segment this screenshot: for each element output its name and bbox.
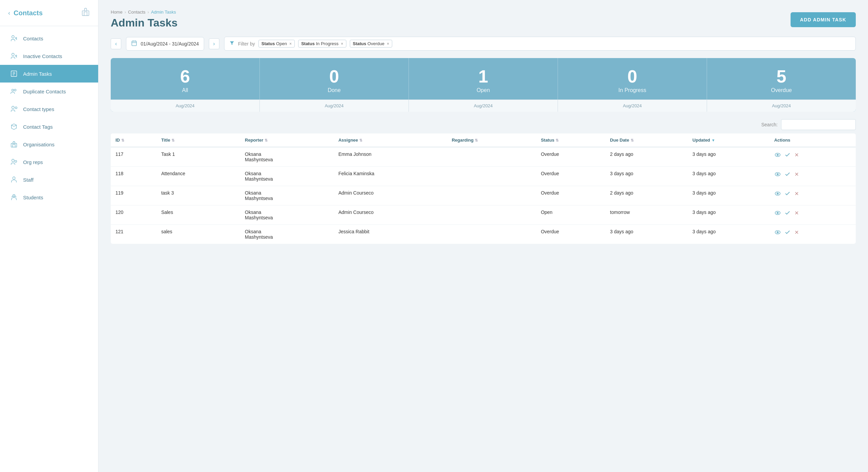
date-next-button[interactable]: › (209, 38, 219, 49)
svg-point-36 (777, 232, 778, 233)
delete-icon-3[interactable] (794, 210, 799, 216)
breadcrumb-contacts[interactable]: Contacts (128, 10, 145, 15)
sidebar-label-contact-types: Contact types (23, 106, 54, 112)
delete-icon-2[interactable] (794, 191, 799, 196)
stat-cell-overdue[interactable]: 5Overdue (707, 58, 856, 99)
stat-cell-in-progress[interactable]: 0In Progress (558, 58, 707, 99)
breadcrumb-home[interactable]: Home (111, 10, 123, 15)
delete-icon-4[interactable] (794, 230, 799, 235)
breadcrumb: Home › Contacts › Admin Tasks (111, 10, 178, 15)
svg-point-8 (12, 106, 14, 109)
search-row: Search: (111, 119, 856, 130)
th-due-date[interactable]: Due Date⇅ (605, 133, 688, 147)
sidebar: ‹ Contacts ContactsInactive ContactsAdmi… (0, 0, 98, 472)
sidebar-item-students[interactable]: Students (0, 188, 98, 206)
sidebar-item-staff[interactable]: Staff (0, 171, 98, 188)
view-icon-0[interactable] (774, 151, 781, 158)
sort-icon-due-date: ⇅ (631, 138, 634, 142)
filter-tag-overdue[interactable]: Status Overdue × (350, 40, 392, 48)
sidebar-item-duplicate-contacts[interactable]: Duplicate Contacts (0, 83, 98, 100)
sidebar-label-contacts: Contacts (23, 36, 43, 41)
sort-icon-assignee: ⇅ (359, 138, 362, 142)
sidebar-nav: ContactsInactive ContactsAdmin TasksDupl… (0, 26, 98, 210)
cell-title-0: Task 1 (157, 147, 240, 167)
th-id[interactable]: ID⇅ (111, 133, 157, 147)
complete-icon-1[interactable] (784, 171, 791, 177)
sidebar-item-contact-tags[interactable]: Contact Tags (0, 118, 98, 135)
svg-rect-15 (132, 41, 137, 46)
sort-icon-title: ⇅ (171, 138, 175, 142)
table-row: 118AttendanceOksana MashyntsevaFelicia K… (111, 167, 856, 186)
view-icon-1[interactable] (774, 171, 781, 178)
cell-updated-3: 3 days ago (688, 205, 770, 225)
breadcrumb-sep-1: › (125, 10, 126, 15)
svg-point-9 (15, 107, 17, 109)
th-status[interactable]: Status⇅ (536, 133, 605, 147)
sidebar-item-contacts[interactable]: Contacts (0, 30, 98, 47)
complete-icon-3[interactable] (784, 210, 791, 216)
complete-icon-2[interactable] (784, 190, 791, 197)
breadcrumb-sep-2: › (147, 10, 149, 15)
complete-icon-0[interactable] (784, 152, 791, 158)
delete-icon-0[interactable] (794, 152, 799, 158)
cell-regarding-4 (447, 225, 536, 244)
add-admin-task-button[interactable]: ADD ADMIN TASK (791, 12, 856, 27)
cell-due_date-1: 3 days ago (605, 167, 688, 186)
sidebar-icon-students (10, 193, 18, 202)
sort-icon-regarding: ⇅ (475, 138, 478, 142)
sidebar-item-organisations[interactable]: Organisations (0, 135, 98, 153)
cell-reporter-2: Oksana Mashyntseva (240, 186, 333, 205)
th-reporter[interactable]: Reporter⇅ (240, 133, 333, 147)
th-regarding[interactable]: Regarding⇅ (447, 133, 536, 147)
sidebar-item-contact-types[interactable]: Contact types (0, 100, 98, 118)
cell-status-1: Overdue (536, 167, 605, 186)
sidebar-item-org-reps[interactable]: Org reps (0, 153, 98, 171)
filter-tag-inprogress-remove[interactable]: × (341, 41, 343, 46)
th-assignee[interactable]: Assignee⇅ (333, 133, 447, 147)
sidebar-item-admin-tasks[interactable]: Admin Tasks (0, 65, 98, 83)
cell-due_date-2: 2 days ago (605, 186, 688, 205)
stat-number-overdue: 5 (777, 68, 786, 85)
svg-rect-10 (11, 143, 17, 147)
sidebar-title: Contacts (14, 9, 43, 17)
cell-reporter-0: Oksana Mashyntseva (240, 147, 333, 167)
stat-cell-open[interactable]: 1Open (409, 58, 558, 99)
table-row: 121salesOksana MashyntsevaJessica Rabbit… (111, 225, 856, 244)
sidebar-label-org-reps: Org reps (23, 159, 43, 165)
cell-reporter-3: Oksana Mashyntseva (240, 205, 333, 225)
filter-bar: ‹ 01/Aug/2024 - 31/Aug/2024 › Filter by … (111, 37, 856, 51)
filter-tag-open-remove[interactable]: × (289, 41, 292, 46)
cell-reporter-1: Oksana Mashyntseva (240, 167, 333, 186)
cell-id-4: 121 (111, 225, 157, 244)
sidebar-label-students: Students (23, 195, 43, 200)
view-icon-4[interactable] (774, 229, 781, 236)
sort-icon-status: ⇅ (556, 138, 559, 142)
cell-assignee-2: Admin Courseco (333, 186, 447, 205)
view-icon-3[interactable] (774, 210, 781, 216)
svg-point-32 (777, 212, 778, 214)
cell-updated-2: 3 days ago (688, 186, 770, 205)
filter-tag-open[interactable]: Status Open × (258, 40, 295, 48)
calendar-icon (131, 40, 137, 48)
cell-assignee-4: Jessica Rabbit (333, 225, 447, 244)
th-updated[interactable]: Updated▼ (688, 133, 770, 147)
complete-icon-4[interactable] (784, 229, 791, 235)
filter-tag-overdue-remove[interactable]: × (387, 41, 389, 46)
cell-regarding-0 (447, 147, 536, 167)
svg-point-4 (16, 55, 17, 56)
stat-cell-all[interactable]: 6All (111, 58, 260, 99)
stats-box: 6All0Done1Open0In Progress5Overdue Aug/2… (111, 58, 856, 112)
filter-tag-inprogress[interactable]: Status In Progress × (298, 40, 346, 48)
sidebar-item-inactive-contacts[interactable]: Inactive Contacts (0, 47, 98, 65)
table-row: 119task 3Oksana MashyntsevaAdmin Coursec… (111, 186, 856, 205)
th-title[interactable]: Title⇅ (157, 133, 240, 147)
delete-icon-1[interactable] (794, 171, 799, 177)
date-picker[interactable]: 01/Aug/2024 - 31/Aug/2024 (126, 37, 204, 51)
filter-tag-overdue-text: Status Overdue (353, 41, 384, 46)
stat-cell-done[interactable]: 0Done (260, 58, 409, 99)
view-icon-2[interactable] (774, 190, 781, 197)
search-input[interactable] (781, 119, 856, 130)
date-prev-button[interactable]: ‹ (111, 38, 121, 49)
sidebar-back-arrow[interactable]: ‹ (8, 10, 10, 17)
stats-date-row: Aug/2024Aug/2024Aug/2024Aug/2024Aug/2024 (111, 99, 856, 112)
